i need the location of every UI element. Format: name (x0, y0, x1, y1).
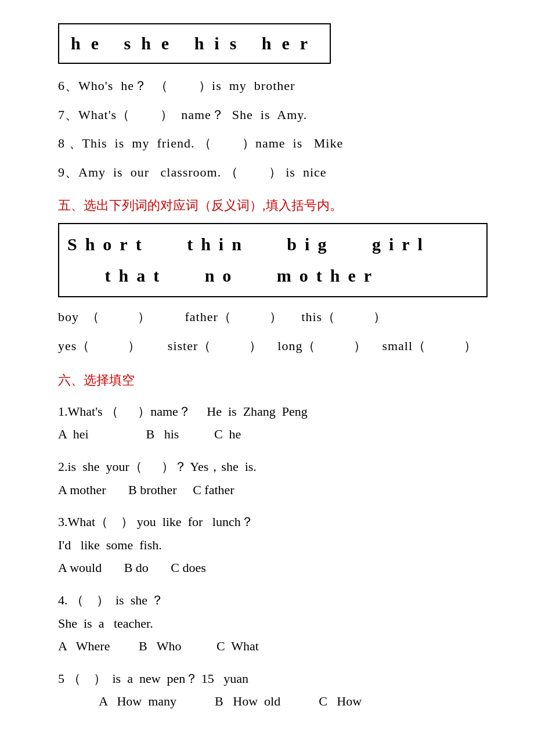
q4-sub: She is a teacher. (58, 612, 488, 635)
section-5-line-1: boy （ ） father（ ） this（ ） (58, 305, 488, 329)
question-4: 4. （ ） is she ？ She is a teacher. A Wher… (58, 589, 488, 658)
question-2: 2.is she your（ ）？ Yes，she is. A mother B… (58, 455, 488, 501)
q1-options: A hei B his C he (58, 423, 488, 446)
section-5-word-box: Short thin big girl that no mother (58, 223, 488, 297)
q2-text: 2.is she your（ ）？ Yes，she is. (58, 455, 488, 478)
fill-line-3: 8 、This is my friend. （ ）name is Mike (58, 132, 488, 155)
q5-options: A How many B How old C How (58, 690, 488, 713)
fill-line-1: 6、Who's he？ （ ）is my brother (58, 74, 488, 98)
q1-text: 1.What's （ ）name？ He is Zhang Peng (58, 400, 488, 423)
fill-section: 6、Who's he？ （ ）is my brother 7、What's（ ）… (58, 74, 488, 183)
q3-sub: I'd like some fish. (58, 534, 488, 557)
section-5-line-2: yes（ ） sister（ ） long（ ） small（ ） (58, 334, 488, 358)
section-6-label: 六、选择填空 (58, 369, 488, 392)
section-5: 五、选出下列词的对应词（反义词）,填入括号内。 Short thin big g… (58, 194, 488, 357)
section-6: 六、选择填空 1.What's （ ）name？ He is Zhang Pen… (58, 369, 488, 713)
section-5-label: 五、选出下列词的对应词（反义词）,填入括号内。 (58, 194, 488, 217)
q2-options: A mother B brother C father (58, 478, 488, 502)
fill-line-4: 9、Amy is our classroom. （ ） is nice (58, 161, 488, 184)
question-3: 3.What（ ） you like for lunch？ I'd like s… (58, 510, 488, 579)
q3-options: A would B do C does (58, 556, 488, 579)
question-1: 1.What's （ ）name？ He is Zhang Peng A hei… (58, 400, 488, 446)
q4-text: 4. （ ） is she ？ (58, 589, 488, 612)
header-word-box: he she his her (58, 23, 488, 74)
fill-line-2: 7、What's（ ） name？ She is Amy. (58, 103, 488, 127)
pronoun-box: he she his her (58, 23, 331, 64)
question-5: 5 （ ） is a new pen？ 15 yuan A How many B… (58, 667, 488, 713)
q5-text: 5 （ ） is a new pen？ 15 yuan (58, 667, 488, 690)
q4-options: A Where B Who C What (58, 635, 488, 658)
q3-text: 3.What（ ） you like for lunch？ (58, 510, 488, 534)
